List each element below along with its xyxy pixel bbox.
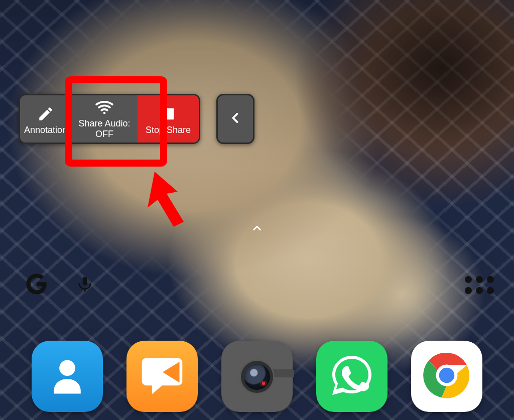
share-audio-state: OFF (95, 129, 113, 139)
mic-icon (76, 273, 93, 297)
stop-share-button[interactable]: Stop Share (138, 95, 199, 143)
chrome-icon (421, 350, 472, 403)
svg-point-0 (103, 112, 106, 114)
dock-app-camera[interactable] (221, 341, 293, 412)
svg-point-3 (59, 360, 75, 376)
annotation-button[interactable]: Annotation (20, 95, 71, 143)
chevron-left-icon (228, 107, 242, 131)
chevron-up-icon (248, 227, 266, 235)
stop-share-label: Stop Share (146, 125, 191, 135)
app-drawer-icon (465, 276, 472, 283)
google-search-row[interactable] (26, 271, 494, 299)
annotation-label: Annotation (24, 125, 67, 135)
home-dock (0, 341, 514, 412)
share-buttons-group: Annotation Share Audio: OFF Stop Share (19, 94, 200, 144)
whatsapp-icon (328, 351, 376, 401)
dock-app-whatsapp[interactable] (316, 341, 388, 412)
pencil-icon (37, 104, 54, 124)
collapse-toolbar-button[interactable] (216, 94, 254, 144)
wifi-icon (93, 97, 115, 117)
dock-app-messages[interactable] (126, 341, 198, 412)
dock-app-contacts[interactable] (32, 341, 103, 412)
messages-bubble-icon (139, 352, 185, 400)
screen-share-toolbar: Annotation Share Audio: OFF Stop Share (19, 94, 254, 144)
svg-rect-1 (163, 108, 174, 119)
share-audio-label: Share Audio: (79, 118, 131, 129)
stop-icon (160, 104, 177, 124)
share-audio-button[interactable]: Share Audio: OFF (71, 95, 138, 143)
contacts-person-icon (48, 354, 87, 398)
dock-app-chrome[interactable] (411, 341, 482, 412)
home-apps-caret[interactable] (248, 223, 266, 236)
app-drawer-button[interactable] (465, 276, 494, 294)
google-g-icon (26, 273, 47, 297)
